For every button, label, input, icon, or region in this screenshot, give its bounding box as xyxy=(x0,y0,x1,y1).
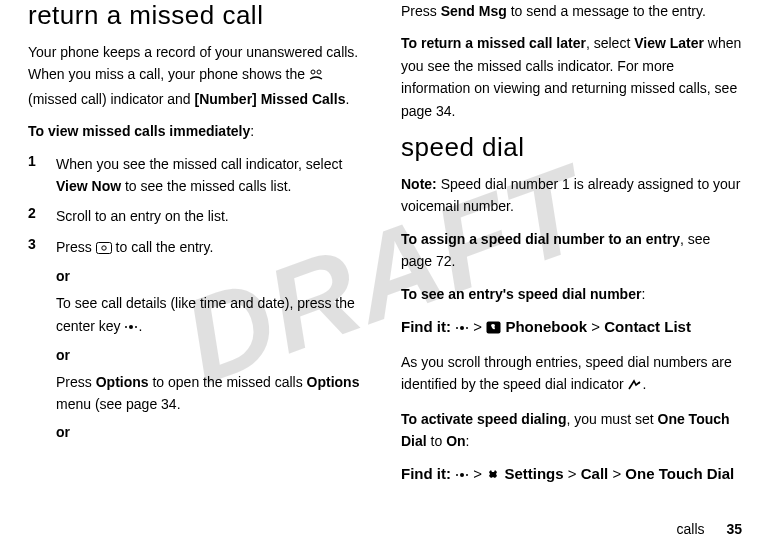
svg-point-7 xyxy=(460,326,464,330)
or-divider: or xyxy=(56,268,369,284)
svg-point-8 xyxy=(456,327,458,329)
svg-point-9 xyxy=(466,327,468,329)
scroll-paragraph: As you scroll through entries, speed dia… xyxy=(401,351,742,398)
step-body: When you see the missed call indicator, … xyxy=(56,153,369,198)
text: to open the missed calls xyxy=(149,374,307,390)
text: To see call details (like time and date)… xyxy=(56,295,355,333)
svg-point-3 xyxy=(101,246,105,250)
text: to call the entry. xyxy=(112,239,214,255)
text: , you must set xyxy=(566,411,657,427)
text: > xyxy=(608,465,625,482)
text: Press xyxy=(401,3,441,19)
send-msg-label: Send Msg xyxy=(441,3,507,19)
center-key-icon xyxy=(124,317,138,339)
see-speed-dial-label: To see an entry's speed dial number: xyxy=(401,283,742,305)
text: : xyxy=(466,433,470,449)
speed-dial-icon xyxy=(627,375,642,397)
view-later-label: View Later xyxy=(634,35,704,51)
step-number: 3 xyxy=(28,236,42,260)
settings-icon xyxy=(486,464,500,488)
text: menu (see page 34. xyxy=(56,396,181,412)
note-label: Note: xyxy=(401,176,437,192)
svg-point-11 xyxy=(460,473,464,477)
svg-point-4 xyxy=(129,325,133,329)
sendmsg-paragraph: Press Send Msg to send a message to the … xyxy=(401,0,742,22)
text: . xyxy=(642,376,646,392)
missed-calls-tag: [Number] Missed Calls xyxy=(195,91,346,107)
step-3: 3 Press to call the entry. xyxy=(28,236,369,260)
return-later-paragraph: To return a missed call later, select Vi… xyxy=(401,32,742,122)
text: . xyxy=(345,91,349,107)
or-divider: or xyxy=(56,424,369,440)
text: To activate speed dialing xyxy=(401,411,566,427)
text: (missed call) indicator and xyxy=(28,91,195,107)
find-it-phonebook: Find it: > Phonebook > Contact List xyxy=(401,315,742,341)
svg-point-12 xyxy=(456,474,458,476)
step-number: 1 xyxy=(28,153,42,198)
missed-call-icon xyxy=(309,65,323,87)
svg-point-5 xyxy=(125,326,127,328)
text: > xyxy=(587,318,604,335)
find-it-label: Find it: xyxy=(401,318,451,335)
options-label: Options xyxy=(96,374,149,390)
detail-paragraph: To see call details (like time and date)… xyxy=(56,292,369,339)
right-column: Press Send Msg to send a message to the … xyxy=(401,0,742,539)
options-paragraph: Press Options to open the missed calls O… xyxy=(56,371,369,416)
svg-rect-2 xyxy=(96,242,111,253)
step-number: 2 xyxy=(28,205,42,227)
find-it-label: Find it: xyxy=(401,465,451,482)
phonebook-label: Phonebook xyxy=(505,318,587,335)
center-key-icon xyxy=(455,464,469,488)
assign-paragraph: To assign a speed dial number to an entr… xyxy=(401,228,742,273)
step-body: Scroll to an entry on the list. xyxy=(56,205,369,227)
options-label: Options xyxy=(307,374,360,390)
text: To return a missed call later xyxy=(401,35,586,51)
note-paragraph: Note: Speed dial number 1 is already ass… xyxy=(401,173,742,218)
step-body: Press to call the entry. xyxy=(56,236,369,260)
svg-point-0 xyxy=(311,70,315,74)
phonebook-icon xyxy=(486,317,501,341)
text: To see an entry's speed dial number xyxy=(401,286,641,302)
heading-speed-dial: speed dial xyxy=(401,132,742,163)
left-column: return a missed call Your phone keeps a … xyxy=(28,0,369,539)
view-immediately-label: To view missed calls immediately: xyxy=(28,120,369,142)
text: To view missed calls immediately xyxy=(28,123,250,139)
text: . xyxy=(138,318,142,334)
text: > xyxy=(469,465,486,482)
text: When you see the missed call indicator, … xyxy=(56,156,342,172)
text: to xyxy=(427,433,446,449)
text: > xyxy=(469,318,486,335)
text: to see the missed calls list. xyxy=(121,178,291,194)
text: , select xyxy=(586,35,634,51)
page-content: return a missed call Your phone keeps a … xyxy=(0,0,770,547)
text: to send a message to the entry. xyxy=(507,3,706,19)
find-it-settings: Find it: > Settings > Call > One Touch D… xyxy=(401,462,742,488)
svg-point-13 xyxy=(466,474,468,476)
text: Speed dial number 1 is already assigned … xyxy=(401,176,740,214)
intro-paragraph: Your phone keeps a record of your unansw… xyxy=(28,41,369,110)
one-touch-dial-label: One Touch Dial xyxy=(625,465,734,482)
call-label: Call xyxy=(581,465,609,482)
step-2: 2 Scroll to an entry on the list. xyxy=(28,205,369,227)
or-divider: or xyxy=(56,347,369,363)
text: > xyxy=(564,465,581,482)
heading-return-missed-call: return a missed call xyxy=(28,0,369,31)
text: As you scroll through entries, speed dia… xyxy=(401,354,732,392)
contact-list-label: Contact List xyxy=(604,318,691,335)
center-key-icon xyxy=(455,317,469,341)
activate-paragraph: To activate speed dialing, you must set … xyxy=(401,408,742,453)
view-now-label: View Now xyxy=(56,178,121,194)
text: To assign a speed dial number to an entr… xyxy=(401,231,680,247)
step-1: 1 When you see the missed call indicator… xyxy=(28,153,369,198)
text: Press xyxy=(56,374,96,390)
svg-point-1 xyxy=(317,70,321,74)
send-key-icon xyxy=(96,238,112,260)
text: Press xyxy=(56,239,96,255)
settings-label: Settings xyxy=(504,465,563,482)
on-label: On xyxy=(446,433,465,449)
